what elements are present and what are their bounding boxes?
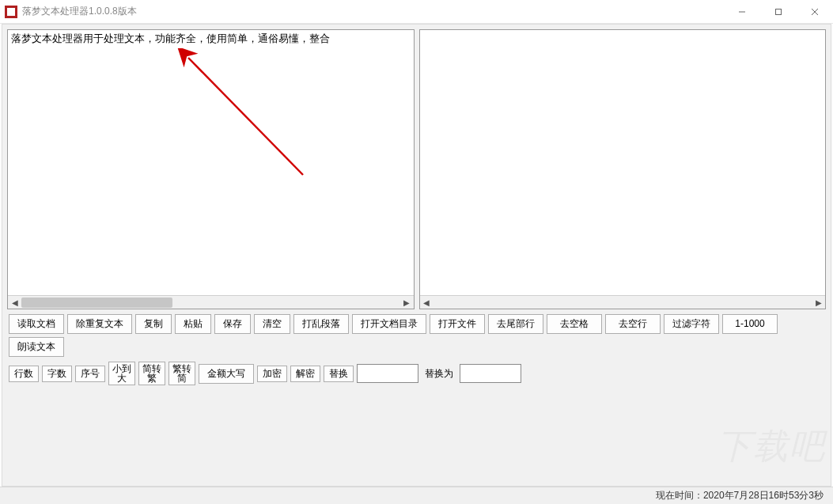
watermark: 下载吧: [717, 423, 826, 470]
client-area: 落梦文本处理器用于处理文本，功能齐全，使用简单，通俗易懂，整合 ◀ ▶ ◀ ▶: [2, 24, 831, 487]
trad-to-simp-button[interactable]: 繁转 简: [168, 362, 195, 385]
scroll-thumb[interactable]: [21, 297, 172, 308]
open-doc-dir-button[interactable]: 打开文档目录: [352, 314, 426, 334]
minimize-icon: [738, 8, 746, 16]
replace-with-label: 替换为: [422, 367, 456, 381]
shuffle-paragraph-button[interactable]: 打乱段落: [293, 314, 349, 334]
simp-to-trad-button[interactable]: 简转 繁: [138, 362, 165, 385]
save-button[interactable]: 保存: [214, 314, 251, 334]
t2s-l2: 简: [177, 373, 187, 384]
left-hscrollbar[interactable]: ◀ ▶: [8, 295, 414, 309]
copy-button[interactable]: 复制: [135, 314, 172, 334]
line-count-button[interactable]: 行数: [9, 366, 39, 382]
trim-space-button[interactable]: 去空格: [547, 314, 602, 334]
maximize-icon: [774, 8, 782, 16]
trim-empty-line-button[interactable]: 去空行: [605, 314, 661, 334]
scroll-track[interactable]: [434, 296, 812, 309]
toolbar-row-1: 读取文档 除重复文本 复制 粘贴 保存 清空 打乱段落 打开文档目录 打开文件 …: [2, 309, 831, 357]
decrypt-button[interactable]: 解密: [290, 366, 320, 382]
money-uppercase-button[interactable]: 金额大写: [199, 364, 254, 384]
filter-chars-button[interactable]: 过滤字符: [664, 314, 719, 334]
scroll-left-icon[interactable]: ◀: [8, 296, 21, 309]
right-text-pane[interactable]: ◀ ▶: [419, 29, 827, 309]
minimize-button[interactable]: [724, 0, 760, 24]
maximize-button[interactable]: [760, 0, 797, 24]
svg-rect-1: [776, 9, 782, 14]
index-button[interactable]: 序号: [75, 366, 105, 382]
scroll-right-icon[interactable]: ▶: [400, 296, 414, 309]
replace-button[interactable]: 替换: [324, 366, 354, 382]
close-icon: [811, 8, 819, 16]
sort-asc-l2: 大: [117, 373, 127, 384]
clear-button[interactable]: 清空: [254, 314, 290, 334]
open-file-button[interactable]: 打开文件: [430, 314, 485, 334]
toolbar-row-2: 行数 字数 序号 小到 大 简转 繁 繁转 简 金额大写 加密 解密 替换 替换…: [2, 357, 831, 385]
left-text-pane[interactable]: 落梦文本处理器用于处理文本，功能齐全，使用简单，通俗易懂，整合 ◀ ▶: [7, 29, 415, 309]
text-panes: 落梦文本处理器用于处理文本，功能齐全，使用简单，通俗易懂，整合 ◀ ▶ ◀ ▶: [2, 25, 831, 309]
app-icon: [5, 6, 17, 18]
char-count-button[interactable]: 字数: [42, 366, 72, 382]
dedupe-button[interactable]: 除重复文本: [67, 314, 132, 334]
range-button[interactable]: 1-1000: [722, 314, 778, 334]
paste-button[interactable]: 粘贴: [175, 314, 211, 334]
s2t-l2: 繁: [147, 373, 157, 384]
replace-input[interactable]: [460, 364, 521, 383]
scroll-left-icon[interactable]: ◀: [420, 296, 434, 309]
encrypt-button[interactable]: 加密: [257, 366, 287, 382]
status-now-label: 现在时间：: [656, 489, 703, 502]
window-title: 落梦文本处理器1.0.0.8版本: [22, 5, 137, 18]
right-text-content[interactable]: [420, 30, 826, 295]
title-bar: 落梦文本处理器1.0.0.8版本: [0, 0, 833, 24]
left-text-content[interactable]: 落梦文本处理器用于处理文本，功能齐全，使用简单，通俗易懂，整合: [8, 30, 414, 295]
sort-asc-button[interactable]: 小到 大: [108, 362, 135, 385]
scroll-right-icon[interactable]: ▶: [812, 296, 825, 309]
status-bar: 现在时间： 2020年7月28日16时53分3秒: [0, 487, 833, 504]
status-now-value: 2020年7月28日16时53分3秒: [703, 489, 824, 502]
read-aloud-button[interactable]: 朗读文本: [9, 337, 64, 357]
scroll-track[interactable]: [21, 296, 400, 309]
find-input[interactable]: [357, 364, 418, 383]
trim-tail-button[interactable]: 去尾部行: [488, 314, 543, 334]
read-doc-button[interactable]: 读取文档: [9, 314, 64, 334]
close-button[interactable]: [797, 0, 833, 24]
right-hscrollbar[interactable]: ◀ ▶: [420, 295, 826, 309]
